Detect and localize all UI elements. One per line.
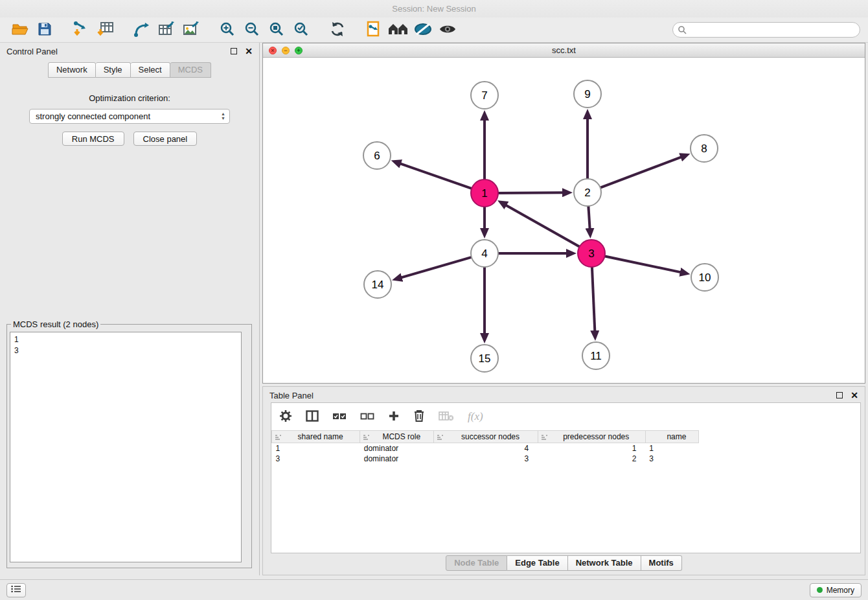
- task-history-button[interactable]: [6, 583, 26, 597]
- graph-edge[interactable]: [400, 163, 473, 189]
- cell-successor-nodes[interactable]: 4: [434, 443, 538, 454]
- column-sort-icon: [275, 433, 281, 443]
- float-panel-icon[interactable]: [231, 48, 237, 54]
- column-header-mcds-role[interactable]: MCDS role: [360, 431, 434, 443]
- search-input[interactable]: [672, 22, 860, 38]
- export-image-button[interactable]: [179, 19, 203, 40]
- graph-edge[interactable]: [604, 256, 681, 272]
- memory-button[interactable]: Memory: [810, 583, 862, 597]
- cell-shared-name[interactable]: 1: [272, 443, 360, 454]
- export-table-icon: [158, 21, 175, 39]
- export-table-button[interactable]: [154, 19, 179, 40]
- graph-edge[interactable]: [401, 257, 473, 277]
- mcds-result-item[interactable]: 1: [14, 334, 237, 345]
- column-header-shared-name[interactable]: shared name: [272, 431, 360, 443]
- import-network-icon: [73, 21, 89, 39]
- table-panel-title: Table Panel: [269, 391, 314, 400]
- save-session-button[interactable]: [32, 19, 57, 40]
- add-row-button[interactable]: [388, 407, 400, 426]
- graph-node[interactable]: 9: [574, 80, 601, 108]
- zoom-selected-button[interactable]: [289, 19, 314, 40]
- graph-edge[interactable]: [592, 266, 595, 332]
- import-table-button[interactable]: [93, 19, 118, 40]
- graph-node[interactable]: 1: [471, 179, 498, 207]
- cell-predecessor-nodes[interactable]: 2: [538, 454, 645, 464]
- cell-successor-nodes[interactable]: 3: [434, 454, 538, 464]
- open-session-button[interactable]: [8, 19, 32, 40]
- deselect-all-button[interactable]: [360, 407, 374, 426]
- cell-shared-name[interactable]: 3: [272, 454, 360, 464]
- eye-icon: [439, 23, 457, 38]
- mcds-result-list[interactable]: 1 3: [10, 332, 242, 562]
- graph-node[interactable]: 2: [574, 179, 601, 206]
- tab-style[interactable]: Style: [96, 62, 131, 78]
- graph-node[interactable]: 3: [578, 240, 605, 267]
- zoom-in-button[interactable]: [215, 19, 240, 40]
- column-header-successor-nodes[interactable]: successor nodes: [434, 431, 538, 443]
- import-network-button[interactable]: [69, 19, 93, 40]
- graph-edge[interactable]: [497, 192, 564, 193]
- delete-row-button[interactable]: [413, 407, 425, 426]
- float-table-panel-icon[interactable]: [836, 392, 843, 398]
- table-row[interactable]: 3 dominator 3 2 3: [272, 454, 699, 464]
- close-panel-icon[interactable]: ✕: [245, 48, 253, 54]
- tab-motifs[interactable]: Motifs: [641, 555, 682, 571]
- graph-node[interactable]: 15: [471, 345, 498, 372]
- select-all-button[interactable]: [332, 407, 347, 426]
- graph-edge[interactable]: [599, 157, 682, 188]
- tab-network[interactable]: Network: [48, 62, 96, 78]
- graph-node[interactable]: 10: [691, 264, 718, 291]
- column-label: predecessor nodes: [563, 432, 629, 441]
- mcds-result-item[interactable]: 3: [14, 345, 237, 356]
- graph-edge[interactable]: [588, 205, 589, 229]
- network-window-titlebar[interactable]: scc.txt × − +: [263, 43, 865, 58]
- visual-style-button[interactable]: [411, 19, 435, 40]
- tab-node-table[interactable]: Node Table: [446, 555, 507, 571]
- tab-network-table[interactable]: Network Table: [568, 555, 641, 571]
- network-from-clipboard-button[interactable]: [361, 19, 386, 40]
- network-graph[interactable]: 7968124314101511: [263, 58, 865, 383]
- zoom-fit-button[interactable]: [264, 19, 289, 40]
- close-window-icon[interactable]: ×: [269, 47, 277, 54]
- cell-mcds-role[interactable]: dominator: [360, 454, 434, 464]
- table-settings-button[interactable]: [279, 407, 292, 426]
- tab-select[interactable]: Select: [131, 62, 170, 78]
- criterion-dropdown[interactable]: strongly connected component ▲▼: [29, 109, 230, 124]
- function-builder-button[interactable]: f(x): [468, 407, 483, 426]
- delete-table-button[interactable]: [439, 407, 454, 426]
- graph-node[interactable]: 14: [364, 271, 391, 298]
- minimize-window-icon[interactable]: −: [282, 47, 290, 54]
- export-network-button[interactable]: [130, 19, 154, 40]
- maximize-window-icon[interactable]: +: [295, 47, 303, 54]
- column-header-name[interactable]: name: [645, 431, 698, 443]
- cell-mcds-role[interactable]: dominator: [360, 443, 434, 454]
- network-canvas[interactable]: 7968124314101511: [263, 58, 865, 383]
- table-row[interactable]: 1 dominator 4 1 1: [272, 443, 699, 454]
- graph-edge[interactable]: [505, 205, 580, 248]
- graph-node[interactable]: 11: [582, 342, 610, 369]
- search-field-wrap: [672, 22, 860, 38]
- graph-node[interactable]: 7: [471, 82, 498, 109]
- graph-node[interactable]: 8: [691, 135, 718, 162]
- statusbar: Memory: [0, 579, 868, 600]
- close-table-panel-icon[interactable]: ✕: [851, 392, 858, 398]
- zoom-out-button[interactable]: [240, 19, 264, 40]
- cell-name[interactable]: 1: [645, 443, 698, 454]
- close-panel-button[interactable]: Close panel: [133, 132, 198, 146]
- show-hide-button[interactable]: [435, 19, 460, 40]
- refresh-button[interactable]: [325, 19, 350, 40]
- control-panel-header: Control Panel ✕: [0, 43, 259, 60]
- control-panel: Control Panel ✕ Network Style Select MCD…: [0, 43, 260, 575]
- graph-node[interactable]: 6: [363, 142, 391, 169]
- function-builder-icon: f(x): [468, 410, 483, 423]
- cell-predecessor-nodes[interactable]: 1: [538, 443, 645, 454]
- cell-name[interactable]: 3: [645, 454, 698, 464]
- column-header-predecessor-nodes[interactable]: predecessor nodes: [538, 431, 645, 443]
- tab-edge-table[interactable]: Edge Table: [507, 555, 567, 571]
- tab-mcds[interactable]: MCDS: [170, 62, 211, 78]
- table-panel-content: f(x) shared name MCDS role: [271, 402, 861, 553]
- run-mcds-button[interactable]: Run MCDS: [62, 132, 124, 146]
- split-column-button[interactable]: [306, 407, 319, 426]
- home-button[interactable]: [386, 19, 411, 40]
- graph-node[interactable]: 4: [471, 240, 498, 267]
